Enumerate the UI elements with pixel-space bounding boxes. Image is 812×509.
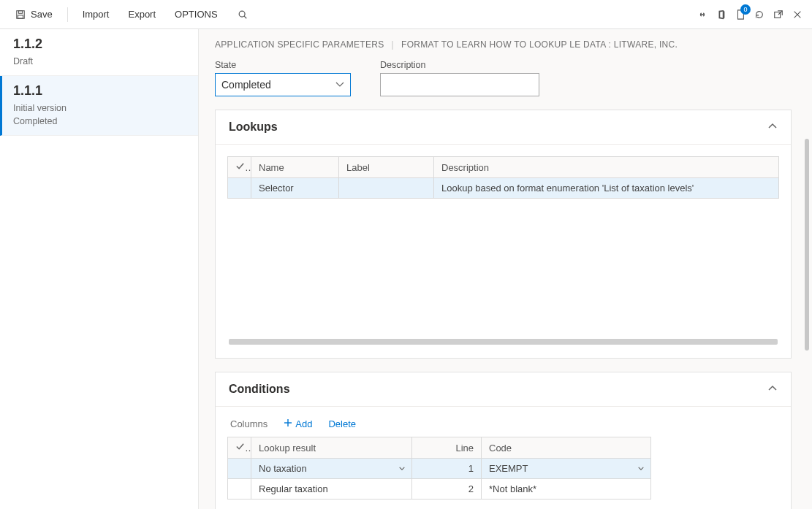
top-toolbar: Save Import Export OPTIONS — [0, 0, 812, 29]
cell-code[interactable]: EXEMPT — [482, 459, 651, 479]
chevron-up-icon — [767, 121, 778, 134]
version-sidebar: 1.1.2 Draft 1.1.1 Initial version Comple… — [0, 29, 199, 509]
sidebar-item-version-1-1-1[interactable]: 1.1.1 Initial version Completed — [0, 76, 198, 136]
conditions-header[interactable]: Conditions — [216, 372, 791, 407]
col-code[interactable]: Code — [482, 437, 651, 459]
cell-code[interactable]: *Not blank* — [482, 479, 651, 500]
conditions-toolbar: Columns Add Delete — [227, 418, 779, 437]
breadcrumb: APPLICATION SPECIFIC PARAMETERS | FORMAT… — [215, 39, 792, 50]
select-all-header[interactable] — [228, 157, 251, 178]
cell-line[interactable]: 2 — [412, 479, 482, 500]
conditions-row[interactable]: Regular taxation 2 *Not blank* — [228, 479, 651, 500]
col-name[interactable]: Name — [251, 157, 339, 178]
cell-name[interactable]: Selector — [251, 178, 339, 199]
col-lookup-result[interactable]: Lookup result — [251, 437, 412, 459]
svg-rect-2 — [18, 15, 23, 18]
row-selector[interactable] — [228, 479, 251, 500]
lookups-panel: Lookups Name — [215, 110, 792, 359]
col-line[interactable]: Line — [412, 437, 482, 459]
sidebar-version-meta: Initial version — [13, 102, 185, 115]
delete-button[interactable]: Delete — [328, 418, 356, 429]
row-selector[interactable] — [228, 459, 251, 479]
chevron-up-icon — [767, 383, 778, 396]
close-button[interactable] — [790, 7, 805, 22]
popout-button[interactable] — [771, 7, 786, 22]
office-button[interactable] — [714, 7, 729, 22]
export-button[interactable]: Export — [121, 4, 163, 24]
sidebar-version-label: 1.1.2 — [13, 37, 185, 52]
svg-point-3 — [239, 11, 245, 17]
svg-rect-1 — [18, 10, 22, 13]
breadcrumb-part: FORMAT TO LEARN HOW TO LOOKUP LE DATA : … — [401, 39, 678, 50]
lookups-table: Name Label Description Selector Lookup b… — [227, 156, 779, 199]
col-label[interactable]: Label — [339, 157, 434, 178]
cell-lookup-result[interactable]: No taxation — [251, 459, 412, 479]
description-field: Description — [380, 60, 539, 96]
scrollbar[interactable] — [805, 139, 809, 351]
header-fields: State Completed Description — [215, 60, 792, 96]
conditions-panel: Conditions Columns Add Delete — [215, 372, 792, 509]
state-label: State — [215, 60, 351, 70]
toolbar-separator — [67, 7, 68, 22]
toolbar-right: 0 — [695, 7, 805, 22]
conditions-table: Lookup result Line Code No taxation — [227, 437, 651, 500]
cell-line[interactable]: 1 — [412, 459, 482, 479]
columns-button[interactable]: Columns — [230, 418, 267, 429]
search-icon — [237, 9, 248, 20]
conditions-row[interactable]: No taxation 1 EXEMPT — [228, 459, 651, 479]
close-icon — [792, 9, 803, 20]
chevron-down-icon — [398, 463, 406, 474]
state-field: State Completed — [215, 60, 351, 96]
state-select[interactable]: Completed — [215, 73, 351, 96]
import-label: Import — [83, 9, 110, 20]
cell-label[interactable] — [339, 178, 434, 199]
attach-button[interactable] — [695, 7, 710, 22]
lookups-title: Lookups — [229, 120, 278, 134]
save-label: Save — [31, 9, 53, 20]
add-button[interactable]: Add — [284, 418, 312, 429]
notifications-button[interactable]: 0 — [733, 7, 748, 22]
breadcrumb-separator: | — [392, 39, 394, 50]
notification-badge: 0 — [740, 4, 751, 15]
refresh-button[interactable] — [752, 7, 767, 22]
options-label: OPTIONS — [175, 9, 218, 20]
description-input[interactable] — [380, 73, 539, 96]
conditions-body: Columns Add Delete — [216, 407, 791, 509]
lookups-body: Name Label Description Selector Lookup b… — [216, 145, 791, 358]
conditions-title: Conditions — [229, 383, 290, 396]
lookups-header[interactable]: Lookups — [216, 110, 791, 145]
sidebar-version-meta: Completed — [13, 115, 185, 128]
breadcrumb-part: APPLICATION SPECIFIC PARAMETERS — [215, 39, 384, 50]
options-button[interactable]: OPTIONS — [167, 4, 225, 24]
svg-rect-5 — [775, 12, 781, 18]
export-label: Export — [128, 9, 156, 20]
save-icon — [15, 9, 26, 20]
link-icon — [697, 9, 708, 20]
toolbar-left: Save Import Export OPTIONS — [7, 4, 256, 25]
svg-line-4 — [244, 16, 246, 18]
sidebar-item-version-1-1-2[interactable]: 1.1.2 Draft — [0, 29, 198, 76]
description-label: Description — [380, 60, 539, 70]
import-button[interactable]: Import — [75, 4, 117, 24]
select-all-header[interactable] — [228, 437, 251, 459]
horizontal-scrollbar[interactable] — [229, 339, 778, 345]
main-content: APPLICATION SPECIFIC PARAMETERS | FORMAT… — [199, 29, 812, 509]
row-selector[interactable] — [228, 178, 251, 199]
chevron-down-icon — [637, 463, 645, 474]
cell-lookup-result[interactable]: Regular taxation — [251, 479, 412, 500]
sidebar-version-meta: Draft — [13, 55, 185, 68]
refresh-icon — [754, 9, 765, 20]
office-icon — [716, 9, 727, 20]
save-button[interactable]: Save — [7, 4, 60, 25]
search-button[interactable] — [229, 4, 256, 25]
add-label: Add — [295, 418, 312, 429]
popout-icon — [773, 9, 784, 20]
lookups-row[interactable]: Selector Lookup based on format enumerat… — [228, 178, 779, 199]
sidebar-version-label: 1.1.1 — [13, 83, 185, 99]
plus-icon — [284, 418, 292, 429]
col-description[interactable]: Description — [434, 157, 779, 178]
cell-description[interactable]: Lookup based on format enumeration 'List… — [434, 178, 779, 199]
